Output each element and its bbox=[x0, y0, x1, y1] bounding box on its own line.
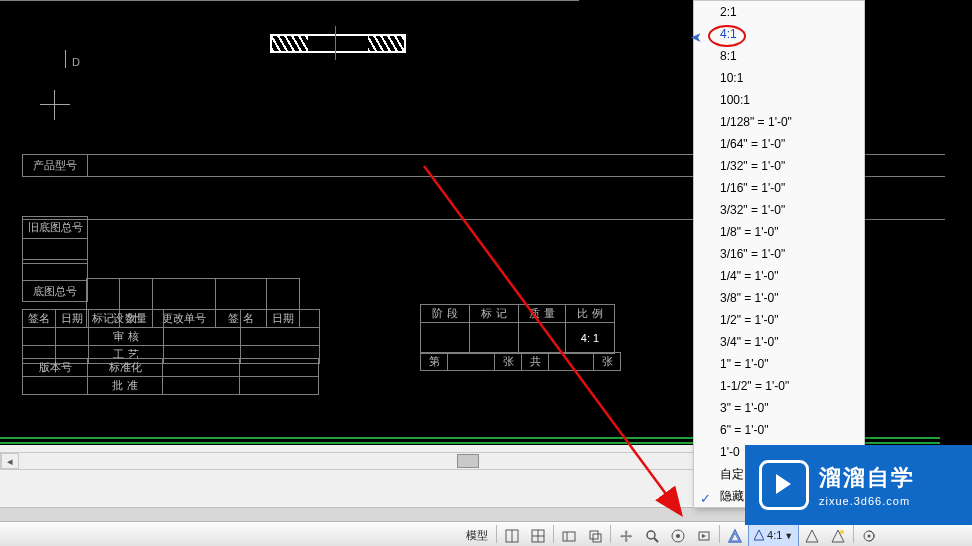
showmotion-icon[interactable] bbox=[691, 523, 717, 546]
svg-point-17 bbox=[868, 535, 871, 538]
scale-option[interactable]: 3/16" = 1'-0" bbox=[694, 243, 864, 265]
pan-icon[interactable] bbox=[613, 523, 639, 546]
steering-wheel-icon[interactable] bbox=[665, 523, 691, 546]
annotation-scale-button[interactable]: 4:1▼ bbox=[748, 523, 799, 546]
scale-option[interactable]: 1/32" = 1'-0" bbox=[694, 155, 864, 177]
zoom-icon[interactable] bbox=[639, 523, 665, 546]
scale-option[interactable]: 1/64" = 1'-0" bbox=[694, 133, 864, 155]
ratio-value: 4: 1 bbox=[566, 323, 615, 354]
play-icon bbox=[759, 460, 809, 510]
workspace-switching-icon[interactable] bbox=[856, 523, 882, 546]
svg-line-10 bbox=[654, 538, 658, 542]
scale-option[interactable]: 3/4" = 1'-0" bbox=[694, 331, 864, 353]
hatch-left bbox=[272, 36, 308, 51]
scale-option[interactable]: 6" = 1'-0" bbox=[694, 419, 864, 441]
checkmark-icon: ✓ bbox=[700, 488, 711, 510]
annotation-visibility-icon[interactable] bbox=[799, 523, 825, 546]
version-block: 版本号 标准化 批 准 bbox=[22, 358, 319, 395]
svg-rect-7 bbox=[590, 531, 598, 539]
watermark-url: zixue.3d66.com bbox=[819, 495, 915, 507]
signatures-block: 签名 日期 设 计 审 核 工 艺 bbox=[22, 309, 320, 364]
svg-point-15 bbox=[840, 530, 844, 534]
scale-option[interactable]: 8:1 bbox=[694, 45, 864, 67]
scale-option[interactable]: 10:1 bbox=[694, 67, 864, 89]
annotation-scale-icon[interactable] bbox=[722, 523, 748, 546]
annotation-scale-popup[interactable]: 2:14:1➤8:110:1100:11/128" = 1'-0"1/64" =… bbox=[693, 0, 865, 508]
crosshair-horizontal bbox=[40, 104, 70, 105]
svg-point-12 bbox=[676, 534, 680, 538]
field-base-drawing-no: 底图总号 bbox=[22, 259, 88, 302]
grid-panes-2-icon[interactable] bbox=[525, 523, 551, 546]
watermark-logo: 溜溜自学 zixue.3d66.com bbox=[745, 445, 972, 525]
canvas-right-strip bbox=[945, 0, 972, 445]
svg-marker-14 bbox=[702, 534, 706, 538]
chevron-down-icon: ▼ bbox=[784, 531, 793, 541]
annotation-autoscale-icon[interactable] bbox=[825, 523, 851, 546]
annotation-scale-value: 4:1 bbox=[767, 529, 782, 541]
scroll-thumb[interactable] bbox=[457, 454, 479, 468]
grid-panes-icon[interactable] bbox=[499, 523, 525, 546]
model-space-button[interactable]: 模型 bbox=[460, 523, 494, 546]
page-count-block: 第 张 共 张 bbox=[420, 352, 621, 371]
scale-option[interactable]: 100:1 bbox=[694, 89, 864, 111]
axis-tick bbox=[65, 50, 66, 68]
scale-option[interactable]: 1/2" = 1'-0" bbox=[694, 309, 864, 331]
hatch-right bbox=[368, 36, 404, 51]
scale-option[interactable]: 1/4" = 1'-0" bbox=[694, 265, 864, 287]
field-old-drawing-no: 旧底图总号 bbox=[22, 216, 88, 264]
scale-option[interactable]: 1/8" = 1'-0" bbox=[694, 221, 864, 243]
svg-rect-8 bbox=[593, 534, 601, 542]
scale-option[interactable]: 1" = 1'-0" bbox=[694, 353, 864, 375]
ratio-block: 阶 段 标 记 质 量 比 例 4: 1 bbox=[420, 304, 615, 354]
svg-point-9 bbox=[647, 531, 655, 539]
scale-option[interactable]: 3/32" = 1'-0" bbox=[694, 199, 864, 221]
crosshair-vertical bbox=[54, 90, 55, 120]
scroll-left-icon[interactable]: ◂ bbox=[1, 453, 19, 469]
scale-option[interactable]: 3" = 1'-0" bbox=[694, 397, 864, 419]
scale-option[interactable]: 1/128" = 1'-0" bbox=[694, 111, 864, 133]
scale-option[interactable]: 1-1/2" = 1'-0" bbox=[694, 375, 864, 397]
scale-option[interactable]: 4:1➤ bbox=[694, 23, 864, 45]
drawn-object-bar bbox=[270, 34, 406, 53]
quick-view-drawings-icon[interactable] bbox=[582, 523, 608, 546]
scale-option[interactable]: 1/16" = 1'-0" bbox=[694, 177, 864, 199]
axis-label-d: D bbox=[72, 56, 80, 68]
scale-option[interactable]: 3/8" = 1'-0" bbox=[694, 287, 864, 309]
watermark-brand: 溜溜自学 bbox=[819, 463, 915, 493]
svg-rect-5 bbox=[563, 532, 575, 541]
red-marker-tick bbox=[335, 26, 336, 60]
quick-view-layouts-icon[interactable] bbox=[556, 523, 582, 546]
scale-option[interactable]: 2:1 bbox=[694, 1, 864, 23]
